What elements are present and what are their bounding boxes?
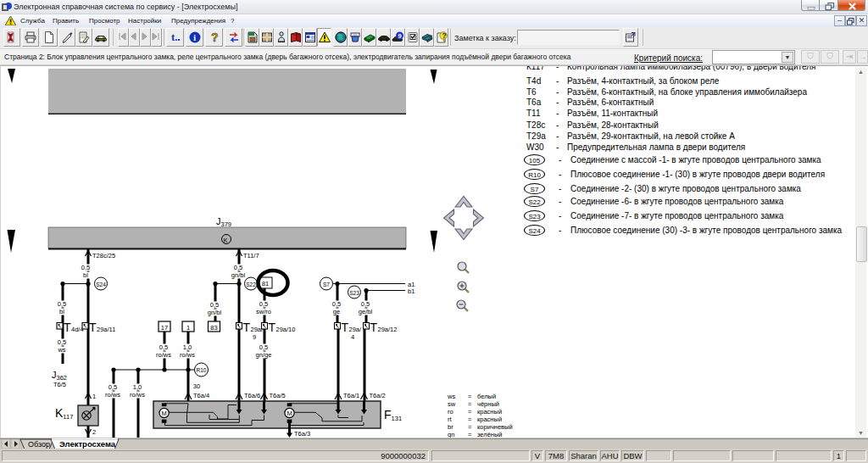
svg-text:Электросхема: Электросхема <box>59 439 116 449</box>
svg-text:R10: R10 <box>197 367 207 373</box>
svg-text:Обзор: Обзор <box>28 440 50 449</box>
svg-text:T6a/3: T6a/3 <box>294 430 310 438</box>
svg-text:T: T <box>89 321 97 334</box>
svg-text:ro: ro <box>448 408 453 416</box>
svg-text:bl: bl <box>83 271 88 279</box>
svg-text:0,5: 0,5 <box>259 300 268 308</box>
svg-text:4d/4: 4d/4 <box>71 326 84 333</box>
svg-text:ro/ws: ro/ws <box>130 391 145 399</box>
svg-text:0,5: 0,5 <box>81 264 90 271</box>
svg-text:0,5: 0,5 <box>234 264 242 271</box>
svg-text:29a/11: 29a/11 <box>97 326 115 333</box>
svg-text:ro/ws: ro/ws <box>180 351 195 359</box>
svg-text:ro/ws: ro/ws <box>156 351 171 359</box>
svg-text:ws: ws <box>447 393 455 400</box>
svg-text:0,5: 0,5 <box>108 383 117 391</box>
svg-text:ge/bl: ge/bl <box>359 308 373 315</box>
svg-text:чёрный: чёрный <box>477 400 499 408</box>
svg-text:F131: F131 <box>384 408 402 422</box>
svg-text:S22: S22 <box>246 282 256 287</box>
svg-text:gn/bl: gn/bl <box>231 271 246 279</box>
svg-text:2: 2 <box>92 428 96 436</box>
svg-text:T: T <box>64 321 71 334</box>
svg-text:1: 1 <box>92 393 96 400</box>
svg-text:0,5: 0,5 <box>58 338 66 346</box>
svg-text:T6a/2: T6a/2 <box>370 392 386 399</box>
svg-text:0,5: 0,5 <box>210 301 219 309</box>
svg-text:T6a/1: T6a/1 <box>343 392 359 399</box>
svg-text:красный: красный <box>477 416 502 423</box>
svg-text:29a/: 29a/ <box>349 326 363 333</box>
svg-text:9: 9 <box>398 32 401 40</box>
svg-text:29a/10: 29a/10 <box>276 326 296 333</box>
svg-text:T6a/4: T6a/4 <box>193 392 209 399</box>
svg-text:T: T <box>342 321 349 334</box>
svg-text:S23: S23 <box>349 290 359 296</box>
svg-text:T: T <box>269 321 276 334</box>
svg-text:30: 30 <box>193 382 200 390</box>
svg-text:T6a/6: T6a/6 <box>244 392 260 399</box>
svg-text:M: M <box>287 410 292 417</box>
svg-text:1,0: 1,0 <box>183 343 192 351</box>
svg-text:S7: S7 <box>323 282 330 287</box>
svg-text:1,0: 1,0 <box>133 383 142 391</box>
svg-text:J379: J379 <box>216 216 231 228</box>
svg-text:br: br <box>448 423 453 431</box>
svg-text:=: = <box>468 400 472 408</box>
svg-text:T28c/25: T28c/25 <box>92 252 115 259</box>
svg-text:9: 9 <box>253 333 256 341</box>
svg-text:0,5: 0,5 <box>259 343 268 351</box>
svg-text:?: ? <box>211 31 219 44</box>
svg-text:зелёный: зелёный <box>477 431 503 438</box>
svg-text:ge: ge <box>333 308 340 315</box>
svg-text:sw: sw <box>448 400 456 408</box>
svg-text:1: 1 <box>186 324 190 332</box>
svg-text:ws: ws <box>57 346 65 354</box>
svg-text:=: = <box>468 393 472 400</box>
svg-text:T: T <box>243 321 251 334</box>
svg-text:rt: rt <box>448 416 452 423</box>
svg-text:красный: красный <box>477 408 502 416</box>
svg-text:T6a/5: T6a/5 <box>270 392 286 399</box>
svg-text:gn: gn <box>448 431 454 438</box>
svg-text:0,5: 0,5 <box>361 300 370 308</box>
svg-text:t.: t. <box>171 31 178 43</box>
svg-text:белый: белый <box>477 393 496 400</box>
svg-text:S24: S24 <box>96 282 106 287</box>
svg-text:T: T <box>370 321 378 334</box>
svg-text:81: 81 <box>262 280 269 287</box>
svg-text:i: i <box>193 33 196 42</box>
svg-text:K: K <box>224 237 228 244</box>
svg-text:gn/bl: gn/bl <box>208 309 222 316</box>
svg-text:0,5: 0,5 <box>159 343 168 351</box>
svg-text:17: 17 <box>161 324 168 332</box>
svg-text:4: 4 <box>351 333 354 341</box>
svg-text:=: = <box>468 408 472 416</box>
svg-text:83: 83 <box>210 324 217 332</box>
svg-text:bl: bl <box>59 308 64 315</box>
svg-text:0,5: 0,5 <box>332 300 341 308</box>
svg-text:b1: b1 <box>408 287 415 295</box>
svg-text:=: = <box>468 431 472 438</box>
svg-text:J362: J362 <box>52 370 67 382</box>
svg-text:ro/ws: ro/ws <box>105 391 120 399</box>
svg-text:T6/5: T6/5 <box>53 381 66 388</box>
svg-text:M: M <box>161 410 166 417</box>
svg-text:T11/7: T11/7 <box>243 252 259 259</box>
svg-text:sw/ro: sw/ro <box>256 308 271 315</box>
svg-text:K117: K117 <box>55 406 73 421</box>
svg-text:gn/ge: gn/ge <box>256 351 272 359</box>
svg-text:=: = <box>468 416 472 423</box>
svg-text:=: = <box>468 423 472 431</box>
svg-text:коричневый: коричневый <box>477 423 513 431</box>
svg-text:?: ? <box>442 31 447 40</box>
svg-text:0,5: 0,5 <box>58 300 66 308</box>
svg-text:29a/12: 29a/12 <box>378 326 398 333</box>
